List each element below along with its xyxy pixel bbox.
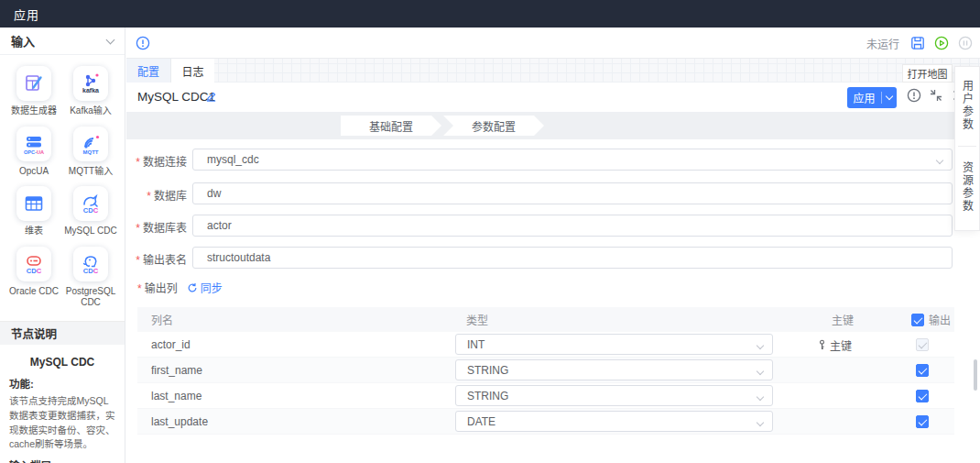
node-palette: 数据生成器 kafka Kafka输入 [0,55,125,313]
output-checkbox[interactable] [916,390,929,402]
apply-button-label: 应用 [847,90,881,105]
svg-text:MQTT: MQTT [83,149,99,154]
palette-item-kafka[interactable]: kafka Kafka输入 [62,66,119,117]
tab-config-label: 配置 [137,63,159,79]
app-window: 应用 输入 数据生成器 [0,0,980,463]
type-select[interactable]: STRING [455,385,773,406]
chevron-down-icon[interactable] [106,35,115,44]
step-basic-config[interactable]: 基础配置 [341,116,441,136]
fullscreen-exit-icon[interactable] [929,88,943,103]
palette-item-label: 维表 [25,226,43,237]
type-select[interactable]: DATE [455,411,773,432]
type-select[interactable]: STRING [455,359,773,380]
table-row: last_update DATE [137,409,954,435]
output-columns-row: 输出列 同步 [137,280,223,295]
node-description-body: MySQL CDC 功能: 该节点支持完成MySQL数据表变更数据捕获，实现数据… [0,345,125,463]
type-value: STRING [467,390,508,402]
svg-text:CDC: CDC [27,267,42,275]
basic-config-form: 数据连接 mysql_cdc 数据库 dw 数据库表 actor 输出表名 st… [126,139,980,463]
opc-ua-icon: OPC-UA [16,127,51,161]
open-map-button[interactable]: 打开地图 [902,64,953,83]
open-map-label: 打开地图 [908,66,948,81]
table-label: 数据库表 [136,219,187,235]
type-value: DATE [467,415,495,428]
column-name: actor_id [151,332,191,358]
node-title: MySQL CDC1 [137,90,215,104]
apply-dropdown-toggle[interactable] [882,96,897,99]
primary-key-cell: 主键 [817,332,852,358]
output-checkbox [916,338,929,351]
palette-item-label: OpcUA [19,166,49,178]
tab-user-params[interactable]: 用户参数 [955,67,979,144]
form-row-output-table: 输出表名 structoutdata [126,247,954,269]
column-name: last_update [151,409,208,435]
palette-item-label: PostgreSQL CDC [62,286,119,309]
described-node-name: MySQL CDC [9,356,115,369]
run-icon[interactable] [934,36,949,50]
node-description-title: 节点说明 [11,325,57,342]
palette-item-dimension-table[interactable]: 维表 [5,186,62,237]
scrollbar-thumb[interactable] [974,359,977,391]
palette-item-label: MQTT输入 [69,166,113,178]
pause-icon[interactable] [958,36,973,50]
palette-item-label: Oracle CDC [9,286,59,298]
table-input[interactable]: actor [192,215,953,237]
output-checkbox[interactable] [916,364,929,377]
step-param-config[interactable]: 参数配置 [443,116,544,136]
dimension-table-icon [16,186,51,221]
node-description-header: 节点说明 [0,321,125,345]
palette-item-label: 数据生成器 [11,105,57,117]
form-row-connection: 数据连接 mysql_cdc [126,149,954,171]
edit-icon[interactable] [205,91,217,103]
output-columns-label: 输出列 [137,280,178,295]
chevron-down-icon [757,342,764,349]
apply-button[interactable]: 应用 [847,87,897,108]
primary-key-label: 主键 [830,337,852,353]
chevron-down-icon [757,393,764,401]
connection-value: mysql_cdc [207,153,259,166]
right-param-rail: 用户参数 资源参数 [954,66,980,231]
type-select[interactable]: INT [455,334,773,355]
connection-select[interactable]: mysql_cdc [192,149,953,171]
output-checkbox[interactable] [916,415,929,428]
col-header-output: 输出 [911,307,951,332]
oracle-cdc-icon: CDC [16,247,51,281]
svg-text:OPC-UA: OPC-UA [24,149,44,154]
sync-link[interactable]: 同步 [187,280,223,295]
canvas-toolbar: 未运行 [126,28,980,59]
database-input[interactable]: dw [192,182,953,204]
mysql-cdc-icon: CDC [73,186,108,221]
sync-icon [187,282,198,293]
output-table-input[interactable]: structoutdata [192,247,953,269]
tab-resource-params[interactable]: 资源参数 [955,149,979,226]
svg-text:kafka: kafka [82,87,99,94]
kafka-icon: kafka [73,66,108,101]
function-label: 功能: [9,376,115,391]
chevron-down-icon [936,157,943,164]
top-bar: 应用 [0,0,980,28]
select-all-output-checkbox[interactable] [911,314,924,326]
palette-item-opcua[interactable]: OPC-UA OpcUA [5,127,62,178]
palette-item-postgresql-cdc[interactable]: CDC PostgreSQL CDC [62,247,119,309]
output-header-label: 输出 [929,312,951,327]
palette-item-data-generator[interactable]: 数据生成器 [5,66,62,117]
palette-item-label: Kafka输入 [70,105,112,117]
input-panel-header[interactable]: 输入 [0,28,125,55]
mqtt-icon: MQTT [73,127,108,161]
input-port-label: 输入端口: [9,457,115,463]
warning-icon[interactable] [907,88,921,103]
run-status: 未运行 [866,36,899,51]
tab-config[interactable]: 配置 [126,59,170,83]
palette-item-oracle-cdc[interactable]: CDC Oracle CDC [5,247,62,309]
palette-item-mqtt[interactable]: MQTT MQTT输入 [62,127,119,178]
run-controls: 未运行 [866,28,973,59]
output-table-value: structoutdata [207,251,270,264]
step-basic-config-label: 基础配置 [369,118,413,134]
svg-text:CDC: CDC [83,267,99,275]
palette-item-mysql-cdc[interactable]: CDC MySQL CDC [62,186,119,237]
col-header-name: 列名 [151,307,173,332]
key-icon [817,339,827,350]
tab-log[interactable]: 日志 [170,59,214,83]
notice-icon[interactable] [136,36,150,50]
save-icon[interactable] [910,36,925,50]
